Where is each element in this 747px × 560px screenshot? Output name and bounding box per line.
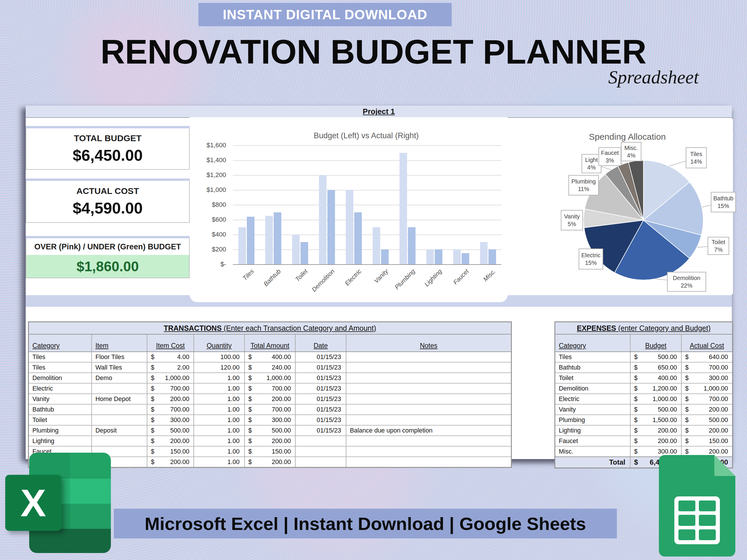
amount: 500.00 bbox=[709, 417, 728, 424]
total-budget-value: $6,450.00 bbox=[73, 146, 143, 164]
amount: 500.00 bbox=[658, 406, 677, 413]
cell-item: Floor Tiles bbox=[91, 352, 147, 362]
currency-sign: $ bbox=[634, 374, 638, 382]
bar-group-electric bbox=[340, 145, 367, 264]
currency-sign: $ bbox=[151, 437, 154, 445]
pie-label-plumbing: Plumbing11% bbox=[568, 175, 599, 195]
currency-sign: $ bbox=[151, 448, 154, 455]
formats-banner: Microsoft Excel | Instant Download | Goo… bbox=[114, 509, 617, 538]
spreadsheet-panel: Project 1 TOTAL BUDGET $6,450.00 ACTUAL … bbox=[26, 106, 732, 459]
bar-group-misc bbox=[474, 145, 501, 264]
currency-sign: $ bbox=[634, 417, 638, 424]
pie-label-electric: Electric15% bbox=[578, 248, 603, 269]
pie-label-faucet: Faucet3% bbox=[598, 147, 621, 166]
amount: 650.00 bbox=[658, 364, 677, 371]
column-header-budget: Budget bbox=[630, 335, 681, 351]
pie-label-pct: 4% bbox=[627, 152, 636, 159]
cell-date: 01/15/23 bbox=[295, 352, 346, 362]
currency-sign: $ bbox=[685, 437, 689, 445]
cell-item: Demo bbox=[91, 373, 147, 383]
column-header-label: Budget bbox=[645, 342, 667, 350]
column-header-label: Notes bbox=[420, 342, 437, 350]
budget-bar bbox=[400, 153, 407, 265]
cell-quantity: 1.00 bbox=[194, 404, 244, 415]
transactions-title: TRANSACTIONS (Enter each Transaction Cat… bbox=[29, 322, 511, 335]
currency-sign: $ bbox=[151, 364, 154, 371]
bar-group-toilet bbox=[287, 145, 313, 264]
currency-sign: $ bbox=[151, 417, 154, 424]
amount: 200.00 bbox=[658, 427, 677, 434]
budget-bar bbox=[319, 175, 327, 264]
cell-category: Lighting bbox=[555, 426, 630, 435]
transactions-table: TRANSACTIONS (Enter each Transaction Cat… bbox=[28, 321, 512, 468]
bar-group-vanity bbox=[367, 145, 394, 264]
box-accent-strip bbox=[26, 236, 190, 238]
bar-group-tiles bbox=[233, 145, 260, 264]
transactions-title-bold: TRANSACTIONS bbox=[164, 324, 222, 332]
currency-sign: $ bbox=[248, 353, 252, 361]
cell-quantity: 120.00 bbox=[194, 363, 244, 372]
cell-actual-cost: $640.00 bbox=[681, 352, 732, 362]
amount: 500.00 bbox=[170, 427, 189, 434]
budget-bar bbox=[453, 249, 461, 264]
expenses-table: EXPENSES (enter Category and Budget) Cat… bbox=[555, 321, 733, 469]
pie-label-tiles: Tiles14% bbox=[686, 147, 707, 168]
bar-chart-title: Budget (Left) vs Actual (Right) bbox=[228, 131, 505, 140]
cell-notes bbox=[346, 363, 511, 372]
cell-quantity: 1.00 bbox=[194, 373, 244, 383]
cell-category: Demolition bbox=[555, 383, 630, 394]
currency-sign: $ bbox=[151, 374, 154, 382]
cell-date: 01/15/23 bbox=[295, 426, 346, 435]
cell-notes bbox=[346, 436, 511, 446]
pie-label-pct: 15% bbox=[718, 202, 729, 210]
cell-date bbox=[295, 457, 346, 467]
cell-budget: $1,500.00 bbox=[630, 415, 681, 425]
amount: 1,000.00 bbox=[703, 385, 728, 392]
cell-category: Toilet bbox=[555, 373, 630, 383]
currency-sign: $ bbox=[685, 406, 689, 413]
cell-category: Demolition bbox=[29, 373, 91, 383]
column-header-label: Category bbox=[559, 342, 586, 350]
column-header-label: Date bbox=[314, 342, 328, 350]
amount: 200.00 bbox=[170, 437, 189, 445]
cell-item-cost: $700.00 bbox=[147, 404, 194, 415]
bar-x-tick: Tiles bbox=[241, 268, 255, 282]
amount: 700.00 bbox=[709, 396, 728, 403]
cell-category: Tiles bbox=[555, 352, 630, 362]
currency-sign: $ bbox=[151, 427, 154, 434]
bar-x-axis-line bbox=[233, 264, 501, 265]
cell-category: Bathtub bbox=[29, 404, 91, 415]
cell-budget: $1,200.00 bbox=[630, 383, 681, 394]
cell-quantity: 1.00 bbox=[194, 447, 244, 456]
amount: 240.00 bbox=[272, 364, 291, 371]
bar-x-tick: Lighting bbox=[423, 268, 443, 288]
box-accent-strip bbox=[26, 126, 190, 128]
pie-label-name: Demolition bbox=[673, 274, 700, 282]
instant-download-banner: INSTANT DIGITAL DOWNLOAD bbox=[199, 3, 452, 26]
currency-sign: $ bbox=[634, 427, 638, 434]
excel-logo: X bbox=[4, 451, 113, 557]
cell-item: Wall Tiles bbox=[91, 363, 147, 372]
transaction-row: PlumbingDeposit$500.001.00$500.0001/15/2… bbox=[29, 425, 511, 435]
bar-group-demolition bbox=[313, 145, 340, 264]
expenses-header-row: CategoryBudgetActual Cost bbox=[555, 335, 732, 352]
cell-quantity: 1.00 bbox=[194, 383, 244, 394]
cell-item bbox=[91, 404, 147, 415]
pie-label-name: Bathtub bbox=[714, 194, 733, 202]
column-header-totalamount: Total Amount bbox=[244, 335, 295, 351]
cell-quantity: 1.00 bbox=[194, 436, 244, 446]
amount: 500.00 bbox=[272, 427, 291, 434]
cell-date: 01/15/23 bbox=[295, 383, 346, 394]
expenses-title: EXPENSES (enter Category and Budget) bbox=[555, 322, 732, 335]
over-under-budget-box: OVER (Pink) / UNDER (Green) BUDGET $1,86… bbox=[26, 236, 190, 278]
transaction-row: DemolitionDemo$1,000.001.00$1,000.0001/1… bbox=[29, 372, 511, 383]
project-tab[interactable]: Project 1 bbox=[26, 106, 732, 118]
transaction-row: Lighting$200.001.00$200.00 bbox=[29, 435, 511, 446]
bar-x-tick: Vanity bbox=[372, 268, 390, 285]
actual-bar bbox=[488, 249, 496, 264]
amount: 500.00 bbox=[658, 353, 677, 361]
transactions-title-rest: (Enter each Transaction Category and Amo… bbox=[222, 324, 376, 332]
bar-x-tick: Demolition bbox=[310, 268, 336, 293]
cell-date: 01/15/23 bbox=[295, 394, 346, 404]
bar-y-tick: $200 bbox=[190, 246, 226, 253]
